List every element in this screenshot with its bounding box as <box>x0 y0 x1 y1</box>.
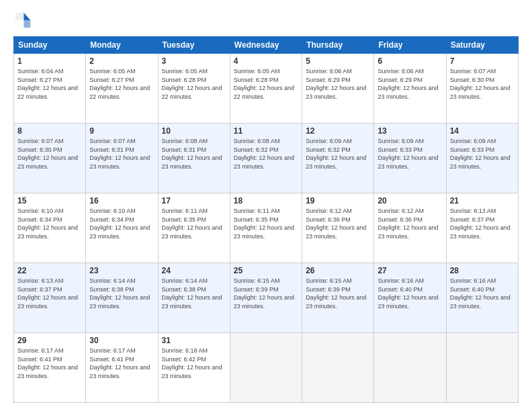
day-cell: 29 Sunrise: 6:17 AMSunset: 6:41 PMDaylig… <box>14 333 86 403</box>
day-detail: Sunrise: 6:18 AMSunset: 6:42 PMDaylight:… <box>162 347 226 380</box>
week-row-4: 22 Sunrise: 6:13 AMSunset: 6:37 PMDaylig… <box>14 263 519 333</box>
svg-marker-2 <box>15 13 24 20</box>
day-cell: 10 Sunrise: 6:08 AMSunset: 6:31 PMDaylig… <box>158 124 230 193</box>
day-detail: Sunrise: 6:05 AMSunset: 6:28 PMDaylight:… <box>234 67 298 101</box>
header-cell-saturday: Saturday <box>446 37 518 54</box>
day-cell: 13 Sunrise: 6:09 AMSunset: 6:33 PMDaylig… <box>374 124 446 193</box>
day-number: 29 <box>17 336 82 345</box>
day-cell: 25 Sunrise: 6:15 AMSunset: 6:39 PMDaylig… <box>230 263 302 333</box>
day-cell: 27 Sunrise: 6:16 AMSunset: 6:40 PMDaylig… <box>374 263 446 333</box>
day-detail: Sunrise: 6:12 AMSunset: 6:36 PMDaylight:… <box>378 207 442 240</box>
day-number: 6 <box>378 56 442 66</box>
day-cell: 19 Sunrise: 6:12 AMSunset: 6:36 PMDaylig… <box>302 193 374 263</box>
day-detail: Sunrise: 6:15 AMSunset: 6:39 PMDaylight:… <box>306 277 370 310</box>
day-number: 1 <box>17 56 82 66</box>
day-cell: 18 Sunrise: 6:11 AMSunset: 6:35 PMDaylig… <box>230 193 302 263</box>
logo-icon <box>13 11 32 30</box>
day-number: 5 <box>306 56 370 66</box>
day-detail: Sunrise: 6:08 AMSunset: 6:31 PMDaylight:… <box>162 137 226 171</box>
day-detail: Sunrise: 6:05 AMSunset: 6:27 PMDaylight:… <box>89 67 154 101</box>
day-detail: Sunrise: 6:16 AMSunset: 6:40 PMDaylight:… <box>450 277 515 310</box>
day-number: 17 <box>162 196 226 205</box>
day-cell: 2 Sunrise: 6:05 AMSunset: 6:27 PMDayligh… <box>86 54 158 124</box>
week-row-2: 8 Sunrise: 6:07 AMSunset: 6:30 PMDayligh… <box>14 124 519 193</box>
day-detail: Sunrise: 6:16 AMSunset: 6:40 PMDaylight:… <box>378 277 442 310</box>
day-number: 4 <box>234 56 298 66</box>
day-cell: 1 Sunrise: 6:04 AMSunset: 6:27 PMDayligh… <box>14 54 86 124</box>
day-cell: 21 Sunrise: 6:13 AMSunset: 6:37 PMDaylig… <box>446 193 518 263</box>
day-cell: 24 Sunrise: 6:14 AMSunset: 6:38 PMDaylig… <box>158 263 230 333</box>
header <box>13 11 519 30</box>
day-detail: Sunrise: 6:11 AMSunset: 6:35 PMDaylight:… <box>234 207 298 240</box>
day-number: 15 <box>17 196 82 205</box>
week-row-3: 15 Sunrise: 6:10 AMSunset: 6:34 PMDaylig… <box>14 193 519 263</box>
day-cell: 23 Sunrise: 6:14 AMSunset: 6:38 PMDaylig… <box>86 263 158 333</box>
day-cell: 20 Sunrise: 6:12 AMSunset: 6:36 PMDaylig… <box>374 193 446 263</box>
week-row-1: 1 Sunrise: 6:04 AMSunset: 6:27 PMDayligh… <box>14 54 519 124</box>
day-number: 19 <box>306 196 370 205</box>
day-number: 27 <box>378 266 442 275</box>
day-number: 24 <box>162 266 226 275</box>
day-detail: Sunrise: 6:06 AMSunset: 6:29 PMDaylight:… <box>378 67 442 101</box>
day-number: 16 <box>89 196 154 205</box>
day-detail: Sunrise: 6:13 AMSunset: 6:37 PMDaylight:… <box>17 277 82 310</box>
day-cell <box>230 333 302 403</box>
header-cell-friday: Friday <box>374 37 446 54</box>
day-cell: 8 Sunrise: 6:07 AMSunset: 6:30 PMDayligh… <box>14 124 86 193</box>
day-number: 13 <box>378 126 442 136</box>
calendar-table: SundayMondayTuesdayWednesdayThursdayFrid… <box>13 36 519 403</box>
header-cell-tuesday: Tuesday <box>158 37 230 54</box>
day-cell: 3 Sunrise: 6:05 AMSunset: 6:28 PMDayligh… <box>158 54 230 124</box>
day-number: 30 <box>89 336 154 345</box>
page: SundayMondayTuesdayWednesdayThursdayFrid… <box>0 0 532 411</box>
day-number: 12 <box>306 126 370 136</box>
day-detail: Sunrise: 6:05 AMSunset: 6:28 PMDaylight:… <box>162 67 226 101</box>
day-cell: 6 Sunrise: 6:06 AMSunset: 6:29 PMDayligh… <box>374 54 446 124</box>
day-number: 7 <box>450 56 515 66</box>
day-cell: 26 Sunrise: 6:15 AMSunset: 6:39 PMDaylig… <box>302 263 374 333</box>
day-detail: Sunrise: 6:15 AMSunset: 6:39 PMDaylight:… <box>234 277 298 310</box>
header-row: SundayMondayTuesdayWednesdayThursdayFrid… <box>14 37 519 54</box>
header-cell-sunday: Sunday <box>14 37 86 54</box>
day-detail: Sunrise: 6:08 AMSunset: 6:32 PMDaylight:… <box>234 137 298 171</box>
day-detail: Sunrise: 6:09 AMSunset: 6:33 PMDaylight:… <box>450 137 515 171</box>
day-detail: Sunrise: 6:09 AMSunset: 6:33 PMDaylight:… <box>378 137 442 171</box>
day-number: 14 <box>450 126 515 136</box>
day-cell: 22 Sunrise: 6:13 AMSunset: 6:37 PMDaylig… <box>14 263 86 333</box>
day-detail: Sunrise: 6:04 AMSunset: 6:27 PMDaylight:… <box>17 67 82 101</box>
day-cell: 28 Sunrise: 6:16 AMSunset: 6:40 PMDaylig… <box>446 263 518 333</box>
day-cell: 30 Sunrise: 6:17 AMSunset: 6:41 PMDaylig… <box>86 333 158 403</box>
header-cell-monday: Monday <box>86 37 158 54</box>
day-detail: Sunrise: 6:10 AMSunset: 6:34 PMDaylight:… <box>89 207 154 240</box>
logo <box>13 11 35 30</box>
day-number: 11 <box>234 126 298 136</box>
day-cell: 17 Sunrise: 6:11 AMSunset: 6:35 PMDaylig… <box>158 193 230 263</box>
day-number: 21 <box>450 196 515 205</box>
svg-marker-0 <box>24 13 30 20</box>
day-number: 26 <box>306 266 370 275</box>
day-cell: 7 Sunrise: 6:07 AMSunset: 6:30 PMDayligh… <box>446 54 518 124</box>
day-number: 3 <box>162 56 226 66</box>
day-detail: Sunrise: 6:07 AMSunset: 6:31 PMDaylight:… <box>89 137 154 171</box>
day-number: 25 <box>234 266 298 275</box>
day-detail: Sunrise: 6:14 AMSunset: 6:38 PMDaylight:… <box>162 277 226 310</box>
header-cell-wednesday: Wednesday <box>230 37 302 54</box>
day-detail: Sunrise: 6:07 AMSunset: 6:30 PMDaylight:… <box>17 137 82 171</box>
day-cell: 31 Sunrise: 6:18 AMSunset: 6:42 PMDaylig… <box>158 333 230 403</box>
day-detail: Sunrise: 6:07 AMSunset: 6:30 PMDaylight:… <box>450 67 515 101</box>
day-cell: 11 Sunrise: 6:08 AMSunset: 6:32 PMDaylig… <box>230 124 302 193</box>
day-detail: Sunrise: 6:09 AMSunset: 6:32 PMDaylight:… <box>306 137 370 171</box>
day-detail: Sunrise: 6:12 AMSunset: 6:36 PMDaylight:… <box>306 207 370 240</box>
day-cell: 14 Sunrise: 6:09 AMSunset: 6:33 PMDaylig… <box>446 124 518 193</box>
day-detail: Sunrise: 6:10 AMSunset: 6:34 PMDaylight:… <box>17 207 82 240</box>
header-cell-thursday: Thursday <box>302 37 374 54</box>
day-cell <box>446 333 518 403</box>
day-cell: 12 Sunrise: 6:09 AMSunset: 6:32 PMDaylig… <box>302 124 374 193</box>
day-number: 23 <box>89 266 154 275</box>
day-cell <box>302 333 374 403</box>
day-cell: 5 Sunrise: 6:06 AMSunset: 6:29 PMDayligh… <box>302 54 374 124</box>
svg-marker-1 <box>24 20 30 28</box>
day-detail: Sunrise: 6:17 AMSunset: 6:41 PMDaylight:… <box>89 347 154 380</box>
day-detail: Sunrise: 6:13 AMSunset: 6:37 PMDaylight:… <box>450 207 515 240</box>
day-number: 18 <box>234 196 298 205</box>
